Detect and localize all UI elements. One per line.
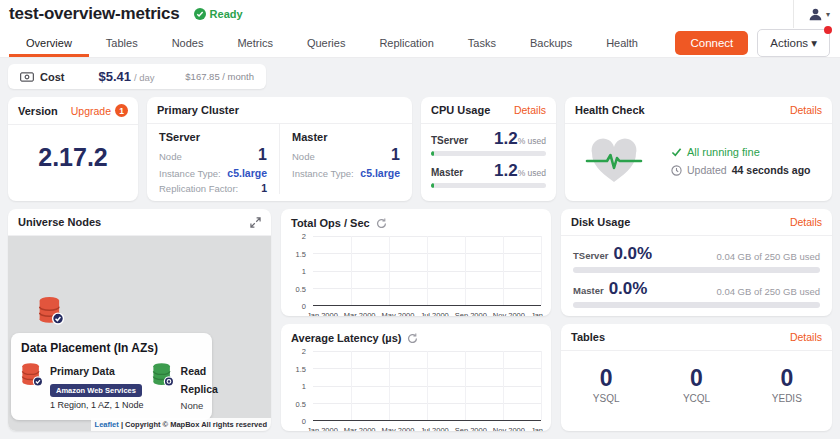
disk-details-link[interactable]: Details xyxy=(790,216,822,228)
tab-replication[interactable]: Replication xyxy=(362,28,450,57)
refresh-icon[interactable] xyxy=(376,218,387,229)
read-replica-value: None xyxy=(181,400,218,411)
x-axis-labels: Jan 2000Mar 2000May 2000Jul 2000Sep 2000… xyxy=(307,426,543,431)
y-axis-labels: 21.510.50 xyxy=(285,351,309,421)
instance-type-label: Instance Type: xyxy=(159,168,221,179)
check-icon xyxy=(671,147,682,157)
refresh-icon[interactable] xyxy=(407,333,418,344)
node-label: Node xyxy=(159,151,182,162)
disk-master-meter xyxy=(573,302,820,308)
user-menu[interactable]: ▾ xyxy=(793,0,840,28)
table-count-item: 0 YSQL xyxy=(561,365,651,404)
check-circle-icon xyxy=(194,8,206,20)
upgrade-count-badge: 1 xyxy=(115,104,128,117)
primary-cluster-title: Primary Cluster xyxy=(157,104,239,116)
tab-queries[interactable]: Queries xyxy=(290,28,363,57)
tab-tasks[interactable]: Tasks xyxy=(451,28,513,57)
health-updated-prefix: Updated xyxy=(687,164,727,176)
user-icon[interactable] xyxy=(808,7,823,22)
table-count-label: YEDIS xyxy=(742,393,832,404)
cpu-tserver-value: 1.2% used xyxy=(494,129,546,149)
replication-factor-label: Replication Factor: xyxy=(159,183,238,194)
caret-down-icon: ▾ xyxy=(826,10,830,19)
disk-tserver-percent: 0.0% xyxy=(613,244,652,264)
instance-type-value: c5.large xyxy=(227,167,267,179)
tab-backups[interactable]: Backups xyxy=(513,28,589,57)
node-count: 1 xyxy=(258,146,267,164)
heartbeat-icon xyxy=(583,136,645,186)
disk-row-master: Master 0.0% 0.04 GB of 250 GB used xyxy=(573,279,820,308)
health-status-text: All running fine xyxy=(687,146,760,158)
version-card: Version Upgrade 1 2.17.2 xyxy=(8,97,138,201)
health-details-link[interactable]: Details xyxy=(790,104,822,116)
table-count-value: 0 xyxy=(561,365,651,392)
primary-data-item: Primary Data Amazon Web Services 1 Regio… xyxy=(21,361,144,411)
x-tick-label: Sep 2000 xyxy=(455,426,487,431)
app-header: test-overview-metrics Ready ▾ xyxy=(0,0,840,28)
disk-row-tserver: TServer 0.0% 0.04 GB of 250 GB used xyxy=(573,244,820,273)
y-tick-label: 1.5 xyxy=(296,364,306,373)
data-placement-panel: Data Placement (In AZs) xyxy=(11,333,212,420)
connect-button[interactable]: Connect xyxy=(675,31,748,55)
cpu-master-meter xyxy=(431,183,546,188)
x-axis-labels: Jan 2000Mar 2000May 2000Jul 2000Sep 2000… xyxy=(307,311,543,316)
actions-button[interactable]: Actions ▾ xyxy=(757,29,830,57)
tables-counts: 0 YSQL 0 YCQL 0 YEDIS xyxy=(561,351,832,404)
disk-master-label: Master xyxy=(573,285,604,299)
cpu-tserver-meter xyxy=(431,151,546,156)
x-tick-label: Jan xyxy=(531,311,543,316)
table-count-item: 0 YCQL xyxy=(651,365,741,404)
tab-overview[interactable]: Overview xyxy=(9,28,89,57)
expand-icon[interactable] xyxy=(250,217,261,228)
disk-tserver-label: TServer xyxy=(573,250,608,264)
status-badge: Ready xyxy=(194,8,243,20)
universe-nodes-card: Universe Nodes Data xyxy=(8,209,271,431)
tab-bar: Overview Tables Nodes Metrics Queries Re… xyxy=(0,28,840,58)
disk-usage-title: Disk Usage xyxy=(571,216,630,228)
placement-summary: 1 Region, 1 AZ, 1 Node xyxy=(50,400,144,410)
avg-latency-chart-title: Average Latency (µs) xyxy=(291,332,401,344)
x-tick-label: Jan xyxy=(531,426,543,431)
avg-latency-chart-card: Average Latency (µs) 21.510.50 Jan 2000M… xyxy=(281,324,551,431)
cpu-row-master: Master 1.2% used xyxy=(431,161,546,188)
leaflet-link[interactable]: Leaflet xyxy=(95,420,119,429)
instance-type-value: c5.large xyxy=(360,167,400,179)
x-tick-label: May 2000 xyxy=(382,311,415,316)
tab-tables[interactable]: Tables xyxy=(89,28,155,57)
tab-metrics[interactable]: Metrics xyxy=(220,28,289,57)
total-ops-chart-plot: 21.510.50 Jan 2000Mar 2000May 2000Jul 20… xyxy=(285,232,543,316)
disk-usage-card: Disk Usage Details TServer 0.0% 0.04 GB … xyxy=(561,209,832,316)
status-label: Ready xyxy=(210,8,243,20)
node-marker-database-icon[interactable] xyxy=(38,296,64,330)
y-tick-label: 0 xyxy=(302,417,306,426)
upgrade-link[interactable]: Upgrade 1 xyxy=(71,104,128,117)
tables-title: Tables xyxy=(571,331,605,343)
version-number: 2.17.2 xyxy=(8,125,138,172)
avg-latency-chart-plot: 21.510.50 Jan 2000Mar 2000May 2000Jul 20… xyxy=(285,347,543,431)
main-content: Cost $5.41 / day $167.85 / month Version… xyxy=(0,58,840,439)
total-ops-chart-card: Total Ops / Sec 21.510.50 Jan 2000Mar 20… xyxy=(281,209,551,316)
x-tick-label: Sep 2000 xyxy=(455,311,487,316)
x-tick-label: Jan 2000 xyxy=(307,311,338,316)
read-replica-item: Read Replica None xyxy=(152,361,218,411)
node-count: 1 xyxy=(391,146,400,164)
cpu-details-link[interactable]: Details xyxy=(514,104,546,116)
x-tick-label: Mar 2000 xyxy=(344,426,376,431)
x-tick-label: Nov 2000 xyxy=(493,311,525,316)
nodes-map[interactable]: Data Placement (In AZs) xyxy=(8,236,271,431)
x-tick-label: Jul 2000 xyxy=(420,311,448,316)
tables-details-link[interactable]: Details xyxy=(790,331,822,343)
replica-database-icon xyxy=(152,361,174,411)
primary-cluster-card: Primary Cluster TServer Node1 Instance T… xyxy=(147,97,412,201)
tab-nodes[interactable]: Nodes xyxy=(155,28,221,57)
y-tick-label: 0.5 xyxy=(296,284,306,293)
y-tick-label: 0 xyxy=(302,302,306,311)
clock-icon xyxy=(671,165,682,176)
x-tick-label: Mar 2000 xyxy=(344,311,376,316)
y-tick-label: 2 xyxy=(302,347,306,356)
cost-per-day-suffix: / day xyxy=(134,72,155,83)
tserver-title: TServer xyxy=(159,131,267,143)
tab-health[interactable]: Health xyxy=(589,28,655,57)
data-placement-title: Data Placement (In AZs) xyxy=(21,341,202,355)
cpu-row-tserver: TServer 1.2% used xyxy=(431,129,546,156)
